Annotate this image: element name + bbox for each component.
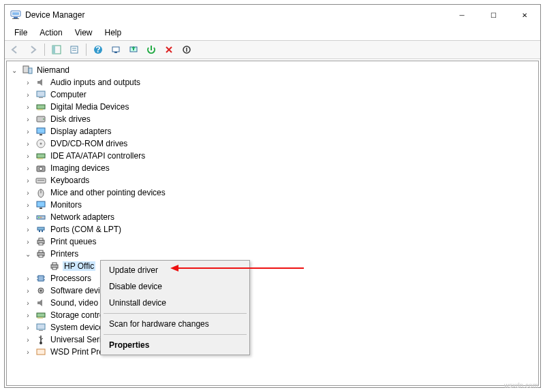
- expand-arrow-icon[interactable]: ›: [23, 201, 33, 209]
- svg-rect-61: [37, 324, 45, 329]
- svg-rect-23: [37, 128, 45, 133]
- tree-node-label: Processors: [49, 274, 93, 283]
- tree-node[interactable]: › Imaging devices: [8, 162, 537, 174]
- tree-node[interactable]: › Audio inputs and outputs: [8, 76, 537, 88]
- tree-node[interactable]: › Universal Serial Bus controllers: [8, 333, 537, 346]
- update-driver-button[interactable]: [126, 42, 141, 57]
- expand-arrow-icon[interactable]: ›: [23, 152, 33, 160]
- ctx-properties[interactable]: Properties: [102, 337, 248, 353]
- window-title: Device Manager: [25, 10, 446, 20]
- expand-arrow-icon[interactable]: ›: [23, 177, 33, 184]
- collapse-arrow-icon[interactable]: ⌄: [23, 250, 33, 258]
- ctx-uninstall-device[interactable]: Uninstall device: [102, 295, 248, 311]
- tree-node[interactable]: › Print queues: [8, 235, 537, 248]
- expand-arrow-icon[interactable]: ›: [23, 128, 33, 135]
- expand-arrow-icon[interactable]: ›: [23, 189, 33, 197]
- collapse-arrow-icon[interactable]: ⌄: [10, 67, 19, 74]
- disable-device-button[interactable]: [179, 42, 194, 57]
- tree-node[interactable]: › Digital Media Devices: [8, 101, 537, 113]
- svg-rect-40: [37, 227, 44, 230]
- tree-root-node[interactable]: ⌄ Niemand: [8, 64, 537, 76]
- expand-arrow-icon[interactable]: ›: [23, 275, 33, 282]
- tree-node[interactable]: › Network adapters: [8, 211, 537, 223]
- tree-node[interactable]: › WSD Print Provider: [8, 346, 537, 358]
- expand-arrow-icon[interactable]: ›: [23, 91, 33, 99]
- tree-node-label: Display adapters: [49, 127, 112, 136]
- properties-button[interactable]: [67, 42, 82, 57]
- disk-icon: [35, 114, 46, 125]
- svg-rect-15: [23, 66, 29, 73]
- maximize-button[interactable]: ☐: [478, 5, 509, 25]
- expand-arrow-icon[interactable]: ›: [23, 214, 33, 221]
- menu-file[interactable]: File: [9, 27, 33, 39]
- expand-arrow-icon[interactable]: ›: [23, 165, 33, 172]
- tree-node[interactable]: › Mice and other pointing devices: [8, 186, 537, 199]
- speaker-icon: [35, 77, 46, 88]
- scan-hardware-button[interactable]: [108, 42, 123, 57]
- expand-arrow-icon[interactable]: ›: [23, 103, 33, 111]
- expand-arrow-icon[interactable]: ›: [23, 299, 33, 307]
- tree-node[interactable]: › Storage controllers: [8, 309, 537, 321]
- ctx-disable-device[interactable]: Disable device: [102, 278, 248, 295]
- expand-arrow-icon[interactable]: ›: [23, 336, 33, 344]
- svg-rect-3: [12, 18, 19, 19]
- tree-node-label: Audio inputs and outputs: [49, 78, 142, 87]
- tree-node[interactable]: › Software devices: [8, 284, 537, 297]
- expand-arrow-icon[interactable]: ›: [23, 238, 33, 246]
- svg-rect-64: [37, 349, 45, 355]
- tree-node[interactable]: › Ports (COM & LPT): [8, 223, 537, 235]
- svg-point-26: [40, 143, 42, 145]
- mouse-icon: [35, 187, 46, 198]
- svg-rect-44: [39, 238, 43, 240]
- expand-arrow-icon[interactable]: ›: [23, 312, 33, 319]
- svg-rect-36: [40, 208, 42, 209]
- tree-node[interactable]: › Disk drives: [8, 113, 537, 125]
- tree-node[interactable]: › Keyboards: [8, 174, 537, 186]
- device-tree-pane[interactable]: ⌄ Niemand › Audio inputs and outputs › C…: [6, 61, 539, 386]
- tree-node[interactable]: ⌄ Printers: [8, 248, 537, 260]
- tree-node[interactable]: › Display adapters: [8, 125, 537, 137]
- tree-node[interactable]: › DVD/CD-ROM drives: [8, 137, 537, 150]
- disc-icon: [35, 138, 46, 149]
- ctx-separator: [104, 313, 247, 314]
- expand-arrow-icon[interactable]: ›: [23, 226, 33, 233]
- help-button[interactable]: ?: [91, 42, 106, 57]
- expand-arrow-icon[interactable]: ›: [23, 287, 33, 295]
- svg-rect-42: [42, 230, 43, 232]
- ctx-scan-hardware[interactable]: Scan for hardware changes: [102, 316, 248, 332]
- svg-rect-62: [39, 330, 43, 331]
- menu-help[interactable]: Help: [99, 27, 127, 39]
- uninstall-device-button[interactable]: [161, 42, 176, 57]
- minimize-button[interactable]: ─: [446, 5, 478, 25]
- tree-node[interactable]: › Processors: [8, 272, 537, 284]
- tree-node-label: Network adapters: [49, 212, 116, 222]
- pc-icon: [22, 65, 33, 76]
- context-menu: Update driver Disable device Uninstall d…: [100, 260, 250, 355]
- expand-arrow-icon[interactable]: ›: [23, 116, 33, 123]
- expand-arrow-icon[interactable]: ›: [23, 140, 33, 148]
- cpu-icon: [35, 273, 46, 284]
- tree-node[interactable]: › Sound, video and game controllers: [8, 297, 537, 309]
- svg-rect-45: [39, 243, 43, 245]
- tree-node[interactable]: › Computer: [8, 88, 537, 101]
- show-hide-tree-button[interactable]: [49, 42, 64, 57]
- svg-rect-16: [29, 68, 32, 74]
- expand-arrow-icon[interactable]: ›: [23, 348, 33, 356]
- back-button[interactable]: [7, 42, 22, 57]
- forward-button[interactable]: [25, 42, 40, 57]
- expand-arrow-icon[interactable]: ›: [23, 324, 33, 331]
- svg-rect-6: [71, 46, 78, 53]
- printer-icon: [35, 248, 46, 259]
- close-button[interactable]: ✕: [509, 5, 540, 25]
- svg-point-39: [40, 217, 42, 218]
- expand-arrow-icon[interactable]: ›: [23, 79, 33, 86]
- tree-node[interactable]: › IDE ATA/ATAPI controllers: [8, 150, 537, 162]
- svg-rect-17: [37, 91, 45, 97]
- menu-action[interactable]: Action: [34, 27, 67, 39]
- enable-device-button[interactable]: [144, 42, 159, 57]
- svg-point-22: [43, 118, 44, 120]
- menu-view[interactable]: View: [69, 27, 98, 39]
- annotation-arrow-icon: [170, 263, 307, 274]
- tree-node[interactable]: › System devices: [8, 321, 537, 333]
- tree-node[interactable]: › Monitors: [8, 199, 537, 211]
